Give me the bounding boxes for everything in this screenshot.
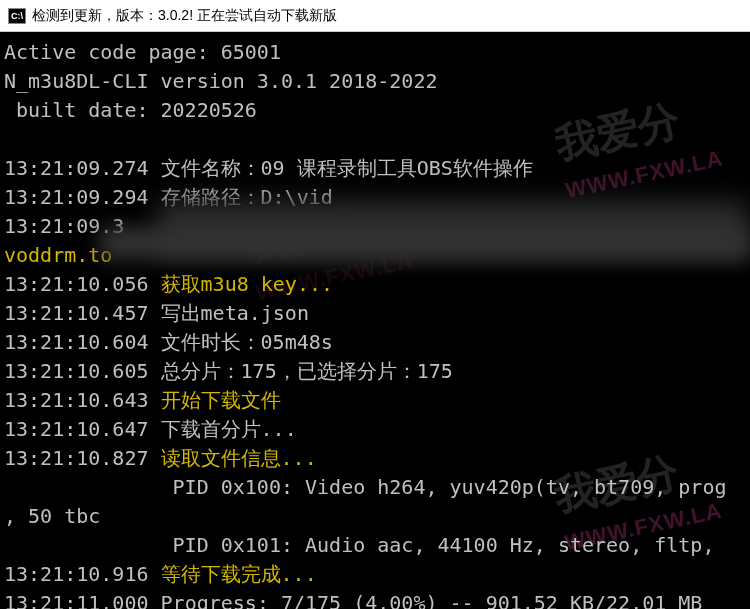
terminal-line: 13:21:10.643 开始下载文件 <box>4 386 746 415</box>
terminal-line: PID 0x100: Video h264, yuv420p(tv, bt709… <box>4 473 746 502</box>
terminal-line: 13:21:10.827 读取文件信息... <box>4 444 746 473</box>
terminal-line: 13:21:11.000 Progress: 7/175 (4.00%) -- … <box>4 589 746 609</box>
log-timestamp: 13:21:10.916 <box>4 562 161 586</box>
log-message: 下载首分片... <box>161 417 297 441</box>
log-timestamp: 13:21:10.827 <box>4 446 161 470</box>
log-message: 等待下载完成... <box>161 562 317 586</box>
terminal-line: 13:21:09.274 文件名称：09 课程录制工具OBS软件操作 <box>4 154 746 183</box>
terminal-line: 13:21:10.647 下载首分片... <box>4 415 746 444</box>
redacted-region <box>100 227 750 259</box>
log-message: voddrm.to <box>4 243 112 267</box>
terminal-line: N_m3u8DL-CLI version 3.0.1 2018-2022 <box>4 67 746 96</box>
log-timestamp: 13:21:11.000 <box>4 591 161 609</box>
log-message: 读取文件信息... <box>161 446 317 470</box>
terminal-output: 我爱分 WWW.FXW.LA 我爱分 WWW.FXW.LA 我爱分 WWW.FX… <box>0 32 750 609</box>
log-message: 总分片：175，已选择分片：175 <box>161 359 453 383</box>
log-message: PID 0x101: Audio aac, 44100 Hz, stereo, … <box>4 533 714 557</box>
terminal-line: Active code page: 65001 <box>4 38 746 67</box>
log-message: 获取m3u8 key... <box>161 272 333 296</box>
terminal-line <box>4 125 746 154</box>
log-message: 开始下载文件 <box>161 388 281 412</box>
log-timestamp: 13:21:09.294 <box>4 185 161 209</box>
log-message: 文件名称：09 课程录制工具OBS软件操作 <box>161 156 533 180</box>
terminal-line: 13:21:10.605 总分片：175，已选择分片：175 <box>4 357 746 386</box>
terminal-line: 13:21:10.604 文件时长：05m48s <box>4 328 746 357</box>
log-timestamp: 13:21:10.604 <box>4 330 161 354</box>
log-message: 文件时长：05m48s <box>161 330 333 354</box>
log-timestamp: 13:21:10.605 <box>4 359 161 383</box>
terminal-line: 13:21:10.056 获取m3u8 key... <box>4 270 746 299</box>
terminal-line: 13:21:10.916 等待下载完成... <box>4 560 746 589</box>
log-timestamp: 13:21:10.056 <box>4 272 161 296</box>
log-timestamp: 13:21:10.457 <box>4 301 161 325</box>
terminal-line: , 50 tbc <box>4 502 746 531</box>
window-titlebar[interactable]: C:\ 检测到更新，版本：3.0.2! 正在尝试自动下载新版 <box>0 0 750 32</box>
log-timestamp: 13:21:10.647 <box>4 417 161 441</box>
cmd-icon: C:\ <box>8 8 26 24</box>
terminal-line: PID 0x101: Audio aac, 44100 Hz, stereo, … <box>4 531 746 560</box>
window-title: 检测到更新，版本：3.0.2! 正在尝试自动下载新版 <box>32 7 337 25</box>
log-message: Progress: 7/175 (4.00%) -- 901.52 KB/22.… <box>161 591 703 609</box>
terminal-line: 13:21:10.457 写出meta.json <box>4 299 746 328</box>
log-message: , 50 tbc <box>4 504 100 528</box>
log-timestamp: 13:21:09.274 <box>4 156 161 180</box>
log-timestamp: 13:21:10.643 <box>4 388 161 412</box>
log-message: PID 0x100: Video h264, yuv420p(tv, bt709… <box>4 475 726 499</box>
terminal-line: built date: 20220526 <box>4 96 746 125</box>
log-message: 写出meta.json <box>161 301 309 325</box>
